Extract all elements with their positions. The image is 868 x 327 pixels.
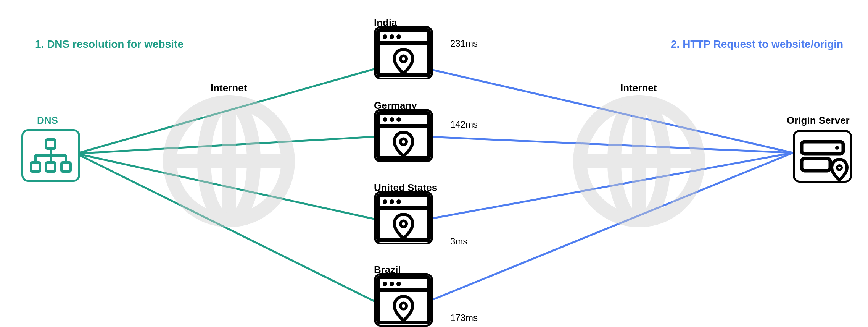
svg-point-46 [401,221,407,227]
svg-point-37 [383,117,387,122]
svg-point-39 [396,117,401,122]
svg-point-43 [383,199,387,204]
browser-country-label: Germany [374,100,417,112]
svg-point-32 [390,34,394,39]
svg-rect-18 [46,162,55,172]
latency-label: 3ms [450,236,467,247]
latency-label: 231ms [450,38,478,49]
globe-right-icon [572,94,706,228]
dns-node [21,129,80,182]
svg-point-27 [835,146,839,150]
dns-label: DNS [37,115,58,126]
svg-rect-26 [802,159,830,171]
browser-node [374,26,433,79]
browser-country-label: Brazil [374,264,401,276]
svg-point-31 [383,34,387,39]
svg-rect-17 [31,162,40,172]
svg-point-33 [396,34,401,39]
step-1-label: 1. DNS resolution for website [35,38,184,50]
svg-point-44 [390,199,394,204]
svg-point-50 [390,282,394,286]
browser-country-label: United States [374,182,437,194]
browser-node [374,273,433,327]
svg-point-52 [401,303,407,309]
svg-point-40 [401,139,407,145]
step-2-label: 2. HTTP Request to website/origin [671,38,843,50]
svg-point-49 [383,282,387,286]
origin-label: Origin Server [787,115,850,126]
svg-point-34 [401,56,407,62]
svg-point-51 [396,282,401,286]
globe-left-icon [162,94,296,228]
browser-node [374,191,433,244]
diagram-stage: 1. DNS resolution for website 2. HTTP Re… [0,0,868,327]
latency-label: 142ms [450,119,478,130]
svg-point-38 [390,117,394,122]
svg-point-45 [396,199,401,204]
browser-node [374,109,433,162]
internet-right-label: Internet [620,82,657,94]
svg-rect-16 [46,139,55,149]
origin-node [793,130,852,183]
internet-left-label: Internet [211,82,247,94]
latency-label: 173ms [450,312,478,323]
browser-country-label: India [374,17,397,29]
svg-rect-19 [61,162,71,172]
